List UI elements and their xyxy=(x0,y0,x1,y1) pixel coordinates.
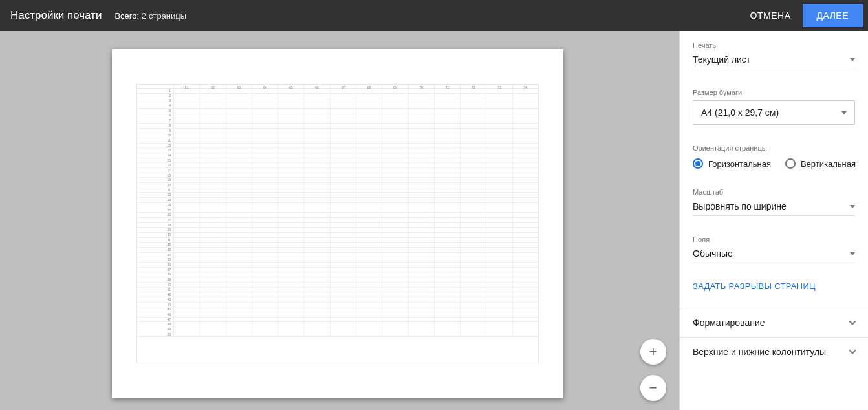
caret-down-icon xyxy=(841,111,847,114)
orientation-label: Ориентация страницы xyxy=(693,144,855,152)
page-breaks-button[interactable]: ЗАДАТЬ РАЗРЫВЫ СТРАНИЦ xyxy=(693,276,816,296)
radio-icon xyxy=(693,158,703,169)
headers-footers-section[interactable]: Верхние и нижние колонтитулы xyxy=(680,337,868,366)
formatting-section[interactable]: Форматирование xyxy=(680,308,868,337)
chevron-down-icon xyxy=(849,347,856,354)
orientation-vertical-label: Вертикальная xyxy=(801,159,856,169)
print-label: Печать xyxy=(693,41,855,49)
caret-down-icon xyxy=(850,252,855,255)
sidebar: Печать Текущий лист Размер бумаги A4 (21… xyxy=(679,31,868,410)
orientation-horizontal-label: Горизонтальная xyxy=(708,159,771,169)
orientation-horizontal[interactable]: Горизонтальная xyxy=(693,158,771,169)
cancel-button[interactable]: ОТМЕНА xyxy=(739,4,803,27)
preview-area[interactable]: 6162636465666768697071727374123456789101… xyxy=(0,31,679,410)
headers-footers-label: Верхние и нижние колонтитулы xyxy=(693,347,826,357)
total-label: Всего: xyxy=(114,11,139,21)
margins-label: Поля xyxy=(693,235,855,243)
preview-page-1: 6162636465666768697071727374123456789101… xyxy=(112,49,563,398)
total-value: 2 страницы xyxy=(142,11,186,21)
scale-select[interactable]: Выровнять по ширине xyxy=(693,200,855,216)
orientation-vertical[interactable]: Вертикальная xyxy=(785,158,856,169)
chevron-down-icon xyxy=(849,318,856,325)
page-title: Настройки печати xyxy=(10,9,102,22)
radio-icon xyxy=(785,158,796,169)
header: Настройки печати Всего: 2 страницы ОТМЕН… xyxy=(0,0,868,31)
zoom-in-button[interactable]: + xyxy=(640,339,666,365)
scale-label: Масштаб xyxy=(693,188,855,196)
caret-down-icon xyxy=(850,205,855,208)
formatting-label: Форматирование xyxy=(693,318,765,328)
paper-size-value: A4 (21,0 x 29,7 см) xyxy=(701,107,779,118)
caret-down-icon xyxy=(850,58,855,61)
next-button[interactable]: ДАЛЕЕ xyxy=(803,4,863,27)
paper-size-select[interactable]: A4 (21,0 x 29,7 см) xyxy=(693,100,855,125)
zoom-out-button[interactable]: − xyxy=(640,375,666,401)
scale-value: Выровнять по ширине xyxy=(693,201,787,211)
margins-select[interactable]: Обычные xyxy=(693,247,855,263)
paper-size-label: Размер бумаги xyxy=(693,89,855,96)
print-value: Текущий лист xyxy=(693,54,750,65)
margins-value: Обычные xyxy=(693,248,733,259)
print-select[interactable]: Текущий лист xyxy=(693,53,855,69)
